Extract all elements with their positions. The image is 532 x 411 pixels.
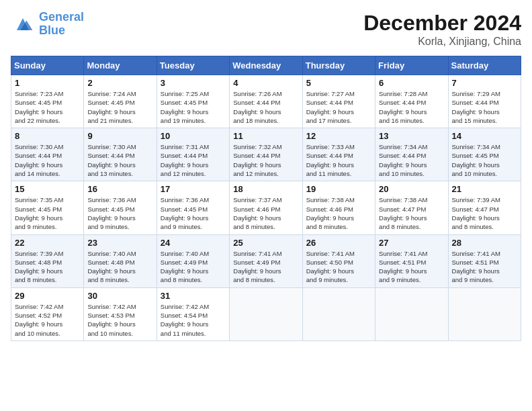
calendar-cell: 13Sunrise: 7:34 AM Sunset: 4:44 PM Dayli… (375, 128, 448, 181)
calendar-cell (448, 287, 521, 340)
calendar-cell: 7Sunrise: 7:29 AM Sunset: 4:44 PM Daylig… (448, 75, 521, 128)
day-number: 23 (87, 238, 152, 248)
calendar-week-row: 29Sunrise: 7:42 AM Sunset: 4:52 PM Dayli… (11, 287, 521, 340)
day-info: Sunrise: 7:40 AM Sunset: 4:49 PM Dayligh… (161, 249, 226, 285)
day-number: 27 (379, 238, 444, 248)
day-info: Sunrise: 7:28 AM Sunset: 4:44 PM Dayligh… (379, 89, 444, 125)
day-info: Sunrise: 7:41 AM Sunset: 4:49 PM Dayligh… (233, 249, 298, 285)
day-number: 14 (452, 131, 517, 141)
day-info: Sunrise: 7:42 AM Sunset: 4:52 PM Dayligh… (15, 302, 80, 338)
day-info: Sunrise: 7:26 AM Sunset: 4:44 PM Dayligh… (233, 89, 298, 125)
calendar-week-row: 22Sunrise: 7:39 AM Sunset: 4:48 PM Dayli… (11, 234, 521, 287)
calendar-cell: 20Sunrise: 7:38 AM Sunset: 4:47 PM Dayli… (375, 181, 448, 234)
calendar-cell: 8Sunrise: 7:30 AM Sunset: 4:44 PM Daylig… (11, 128, 84, 181)
calendar-cell: 16Sunrise: 7:36 AM Sunset: 4:45 PM Dayli… (84, 181, 157, 234)
calendar-table: SundayMondayTuesdayWednesdayThursdayFrid… (11, 56, 521, 341)
calendar-cell: 11Sunrise: 7:32 AM Sunset: 4:44 PM Dayli… (230, 128, 302, 181)
title-block: December 2024 Korla, Xinjiang, China (363, 11, 521, 48)
day-number: 9 (87, 131, 152, 141)
day-of-week-header: Wednesday (230, 56, 302, 75)
day-info: Sunrise: 7:41 AM Sunset: 4:51 PM Dayligh… (379, 249, 444, 285)
day-of-week-header: Friday (375, 56, 448, 75)
calendar-cell: 24Sunrise: 7:40 AM Sunset: 4:49 PM Dayli… (157, 234, 229, 287)
day-number: 13 (379, 131, 444, 141)
day-number: 26 (306, 238, 371, 248)
day-info: Sunrise: 7:34 AM Sunset: 4:44 PM Dayligh… (379, 142, 444, 178)
calendar-cell: 2Sunrise: 7:24 AM Sunset: 4:45 PM Daylig… (84, 75, 157, 128)
day-number: 16 (87, 184, 152, 194)
day-info: Sunrise: 7:23 AM Sunset: 4:45 PM Dayligh… (15, 89, 80, 125)
day-info: Sunrise: 7:36 AM Sunset: 4:45 PM Dayligh… (161, 195, 226, 231)
calendar-cell (302, 287, 375, 340)
calendar-cell: 3Sunrise: 7:25 AM Sunset: 4:45 PM Daylig… (157, 75, 229, 128)
logo: General Blue (11, 11, 84, 38)
day-info: Sunrise: 7:35 AM Sunset: 4:45 PM Dayligh… (15, 195, 80, 231)
calendar-week-row: 1Sunrise: 7:23 AM Sunset: 4:45 PM Daylig… (11, 75, 521, 128)
day-number: 21 (452, 184, 517, 194)
day-number: 22 (15, 238, 80, 248)
calendar-cell: 17Sunrise: 7:36 AM Sunset: 4:45 PM Dayli… (157, 181, 229, 234)
logo-text: General Blue (39, 11, 84, 38)
day-number: 3 (161, 78, 226, 88)
calendar-cell: 4Sunrise: 7:26 AM Sunset: 4:44 PM Daylig… (230, 75, 302, 128)
logo-icon (11, 12, 35, 36)
calendar-cell: 1Sunrise: 7:23 AM Sunset: 4:45 PM Daylig… (11, 75, 84, 128)
day-info: Sunrise: 7:41 AM Sunset: 4:50 PM Dayligh… (306, 249, 371, 285)
calendar-cell (375, 287, 448, 340)
day-info: Sunrise: 7:27 AM Sunset: 4:44 PM Dayligh… (306, 89, 371, 125)
calendar-cell (230, 287, 302, 340)
calendar-header-row: SundayMondayTuesdayWednesdayThursdayFrid… (11, 56, 521, 75)
calendar-cell: 14Sunrise: 7:34 AM Sunset: 4:45 PM Dayli… (448, 128, 521, 181)
day-number: 11 (233, 131, 298, 141)
day-number: 5 (306, 78, 371, 88)
day-number: 8 (15, 131, 80, 141)
day-info: Sunrise: 7:25 AM Sunset: 4:45 PM Dayligh… (161, 89, 226, 125)
day-number: 30 (87, 291, 152, 301)
calendar-cell: 21Sunrise: 7:39 AM Sunset: 4:47 PM Dayli… (448, 181, 521, 234)
calendar-cell: 27Sunrise: 7:41 AM Sunset: 4:51 PM Dayli… (375, 234, 448, 287)
day-of-week-header: Tuesday (157, 56, 229, 75)
day-info: Sunrise: 7:29 AM Sunset: 4:44 PM Dayligh… (452, 89, 517, 125)
day-number: 24 (161, 238, 226, 248)
day-number: 31 (161, 291, 226, 301)
calendar-cell: 12Sunrise: 7:33 AM Sunset: 4:44 PM Dayli… (302, 128, 375, 181)
page-header: General Blue December 2024 Korla, Xinjia… (11, 11, 521, 48)
day-info: Sunrise: 7:37 AM Sunset: 4:46 PM Dayligh… (233, 195, 298, 231)
day-info: Sunrise: 7:39 AM Sunset: 4:48 PM Dayligh… (15, 249, 80, 285)
day-info: Sunrise: 7:40 AM Sunset: 4:48 PM Dayligh… (87, 249, 152, 285)
day-info: Sunrise: 7:38 AM Sunset: 4:47 PM Dayligh… (379, 195, 444, 231)
day-info: Sunrise: 7:34 AM Sunset: 4:45 PM Dayligh… (452, 142, 517, 178)
calendar-cell: 30Sunrise: 7:42 AM Sunset: 4:53 PM Dayli… (84, 287, 157, 340)
calendar-cell: 25Sunrise: 7:41 AM Sunset: 4:49 PM Dayli… (230, 234, 302, 287)
day-number: 19 (306, 184, 371, 194)
calendar-cell: 6Sunrise: 7:28 AM Sunset: 4:44 PM Daylig… (375, 75, 448, 128)
day-number: 10 (161, 131, 226, 141)
day-info: Sunrise: 7:30 AM Sunset: 4:44 PM Dayligh… (87, 142, 152, 178)
day-info: Sunrise: 7:36 AM Sunset: 4:45 PM Dayligh… (87, 195, 152, 231)
calendar-cell: 5Sunrise: 7:27 AM Sunset: 4:44 PM Daylig… (302, 75, 375, 128)
day-info: Sunrise: 7:31 AM Sunset: 4:44 PM Dayligh… (161, 142, 226, 178)
calendar-cell: 26Sunrise: 7:41 AM Sunset: 4:50 PM Dayli… (302, 234, 375, 287)
day-info: Sunrise: 7:30 AM Sunset: 4:44 PM Dayligh… (15, 142, 80, 178)
page-title: December 2024 (363, 11, 521, 36)
day-info: Sunrise: 7:38 AM Sunset: 4:46 PM Dayligh… (306, 195, 371, 231)
day-info: Sunrise: 7:32 AM Sunset: 4:44 PM Dayligh… (233, 142, 298, 178)
day-number: 15 (15, 184, 80, 194)
calendar-cell: 22Sunrise: 7:39 AM Sunset: 4:48 PM Dayli… (11, 234, 84, 287)
day-number: 18 (233, 184, 298, 194)
calendar-week-row: 8Sunrise: 7:30 AM Sunset: 4:44 PM Daylig… (11, 128, 521, 181)
day-of-week-header: Thursday (302, 56, 375, 75)
calendar-cell: 19Sunrise: 7:38 AM Sunset: 4:46 PM Dayli… (302, 181, 375, 234)
calendar-cell: 29Sunrise: 7:42 AM Sunset: 4:52 PM Dayli… (11, 287, 84, 340)
day-info: Sunrise: 7:42 AM Sunset: 4:54 PM Dayligh… (161, 302, 226, 338)
day-number: 20 (379, 184, 444, 194)
day-of-week-header: Saturday (448, 56, 521, 75)
day-number: 25 (233, 238, 298, 248)
day-number: 7 (452, 78, 517, 88)
day-info: Sunrise: 7:42 AM Sunset: 4:53 PM Dayligh… (87, 302, 152, 338)
day-info: Sunrise: 7:39 AM Sunset: 4:47 PM Dayligh… (452, 195, 517, 231)
calendar-cell: 23Sunrise: 7:40 AM Sunset: 4:48 PM Dayli… (84, 234, 157, 287)
day-number: 1 (15, 78, 80, 88)
day-number: 28 (452, 238, 517, 248)
day-info: Sunrise: 7:24 AM Sunset: 4:45 PM Dayligh… (87, 89, 152, 125)
